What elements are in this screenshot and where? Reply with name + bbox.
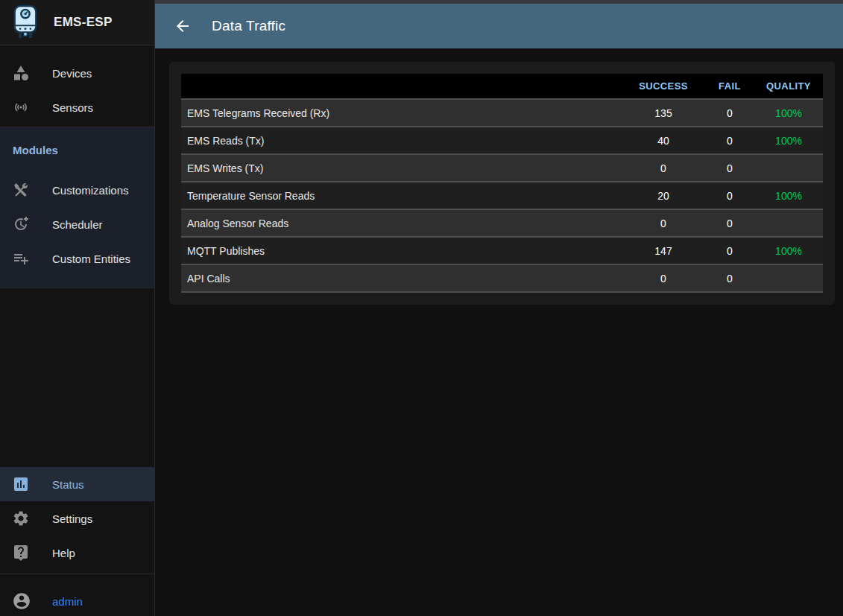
fail-value: 0 — [705, 264, 754, 292]
clock-plus-icon — [12, 215, 30, 233]
sidebar-item-label: Sensors — [52, 101, 93, 114]
sidebar-item-help[interactable]: Help — [0, 536, 154, 570]
ems-esp-app: EMS-ESP Devices — [0, 0, 843, 616]
modules-section-header: Modules — [0, 127, 154, 173]
app-bar: Data Traffic — [155, 4, 843, 48]
sidebar: EMS-ESP Devices — [0, 0, 155, 616]
arrow-back-icon — [174, 17, 192, 35]
sidebar-item-sensors[interactable]: Sensors — [0, 90, 154, 124]
success-value: 0 — [622, 209, 705, 237]
account-circle-icon — [12, 591, 31, 611]
sidebar-item-label: Status — [52, 478, 84, 491]
quality-value — [754, 264, 823, 292]
table-row: EMS Telegrams Received (Rx) 135 0 100% — [181, 99, 823, 127]
sidebar-item-label: Customizations — [52, 184, 129, 197]
app-title: EMS-ESP — [54, 15, 113, 30]
sidebar-item-devices[interactable]: Devices — [0, 56, 154, 90]
table-row: Temperature Sensor Reads 20 0 100% — [181, 182, 823, 209]
column-header-fail: FAIL — [705, 74, 754, 99]
table-row: Analog Sensor Reads 0 0 — [181, 209, 823, 237]
row-label: EMS Reads (Tx) — [181, 127, 622, 154]
quality-value — [754, 209, 823, 237]
user-menu-admin[interactable]: admin — [0, 574, 154, 616]
sidebar-item-label: Custom Entities — [52, 253, 130, 265]
construction-tools-icon — [12, 181, 30, 199]
boiler-logo-icon — [10, 4, 41, 41]
quality-value: 100% — [754, 182, 823, 209]
fail-value: 0 — [705, 154, 754, 182]
sensors-icon — [12, 98, 30, 116]
sidebar-item-label: Settings — [52, 512, 92, 525]
quality-value: 100% — [754, 237, 823, 264]
sidebar-spacer — [0, 288, 154, 467]
data-traffic-table: SUCCESS FAIL QUALITY EMS Telegrams Recei… — [181, 74, 823, 293]
sidebar-header: EMS-ESP — [0, 0, 154, 45]
sidebar-item-label: Scheduler — [52, 218, 103, 231]
sidebar-item-customizations[interactable]: Customizations — [0, 173, 154, 207]
column-header-label — [181, 74, 622, 99]
fail-value: 0 — [705, 182, 754, 209]
fail-value: 0 — [705, 99, 754, 127]
back-button[interactable] — [173, 16, 192, 36]
row-label: EMS Writes (Tx) — [181, 154, 622, 182]
page-title: Data Traffic — [212, 18, 285, 34]
user-name: admin — [52, 595, 83, 608]
sidebar-item-label: Devices — [52, 67, 92, 80]
main-area: Data Traffic SUCCESS FAIL QUALITY — [155, 0, 843, 616]
sidebar-item-scheduler[interactable]: Scheduler — [0, 207, 154, 241]
row-label: Temperature Sensor Reads — [181, 182, 622, 209]
modules-section: Modules Customizations — [0, 127, 154, 288]
table-row: EMS Writes (Tx) 0 0 — [181, 154, 823, 182]
help-bubble-icon — [12, 544, 30, 562]
sidebar-item-label: Help — [52, 547, 75, 559]
row-label: MQTT Publishes — [181, 237, 622, 264]
data-traffic-card: SUCCESS FAIL QUALITY EMS Telegrams Recei… — [169, 62, 835, 305]
sidebar-item-settings[interactable]: Settings — [0, 501, 154, 536]
bar-chart-icon — [12, 475, 30, 493]
success-value: 40 — [622, 127, 705, 154]
success-value: 0 — [622, 264, 705, 292]
table-header-row: SUCCESS FAIL QUALITY — [181, 74, 823, 99]
sidebar-nav-top: Devices Sensors — [0, 45, 154, 124]
devices-category-icon — [12, 64, 30, 82]
table-row: EMS Reads (Tx) 40 0 100% — [181, 127, 823, 154]
quality-value: 100% — [754, 127, 823, 154]
row-label: EMS Telegrams Received (Rx) — [181, 99, 622, 127]
table-row: MQTT Publishes 147 0 100% — [181, 237, 823, 264]
column-header-success: SUCCESS — [622, 74, 705, 99]
quality-value — [754, 154, 823, 182]
fail-value: 0 — [705, 127, 754, 154]
sidebar-item-custom-entities[interactable]: Custom Entities — [0, 241, 154, 276]
success-value: 135 — [622, 99, 705, 127]
row-label: API Calls — [181, 264, 622, 292]
fail-value: 0 — [705, 209, 754, 237]
sidebar-item-status[interactable]: Status — [0, 467, 154, 501]
gear-icon — [12, 509, 30, 527]
quality-value: 100% — [754, 99, 823, 127]
success-value: 20 — [622, 182, 705, 209]
fail-value: 0 — [705, 237, 754, 264]
success-value: 147 — [622, 237, 705, 264]
playlist-add-icon — [12, 250, 30, 267]
row-label: Analog Sensor Reads — [181, 209, 622, 237]
table-row: API Calls 0 0 — [181, 264, 823, 292]
content-area: SUCCESS FAIL QUALITY EMS Telegrams Recei… — [155, 48, 843, 616]
column-header-quality: QUALITY — [754, 74, 823, 99]
success-value: 0 — [622, 154, 705, 182]
